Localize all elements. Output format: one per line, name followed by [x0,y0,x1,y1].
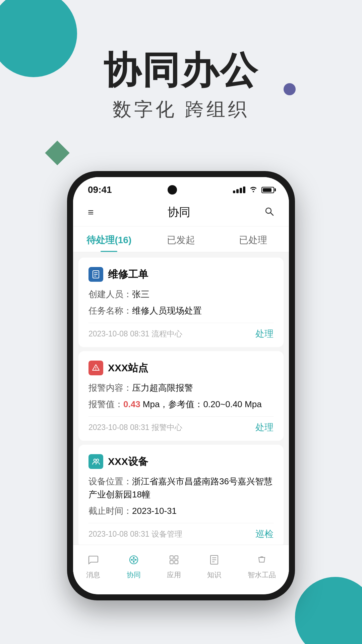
card-field-deadline: 截止时间：2023-10-31 [88,504,274,518]
nav-item-message[interactable]: 消息 [86,554,100,580]
camera-notch [168,185,177,195]
card-device: XXX设备 设备位置：浙江省嘉兴市昌盛南路36号嘉兴智慧产业创新园18幢 截止时… [78,445,284,547]
tab-initiated[interactable]: 已发起 [145,226,217,252]
svg-point-13 [135,559,136,560]
content-area: 维修工单 创建人员：张三 任务名称：维修人员现场处置 2023-10-08 08… [73,252,289,572]
apps-icon [168,554,180,568]
card-header: 维修工单 [88,267,274,282]
nav-label-knowledge: 知识 [207,570,221,580]
nav-item-collab[interactable]: 协同 [127,554,141,580]
app-title: 协同 [168,205,190,220]
tab-pending[interactable]: 待处理(16) [73,226,145,252]
hero-subtitle: 数字化 跨组织 [0,97,362,122]
wifi-icon [249,185,257,194]
svg-rect-15 [170,556,173,559]
bottom-nav: 消息 协同 应用 知识 [73,545,289,594]
app-header: ≡ 协同 [73,199,289,226]
signal-icon [233,186,245,193]
card-icon-device [88,454,103,469]
card-meta-repair: 2023-10-08 08:31 流程中心 [88,329,182,339]
svg-line-1 [270,213,273,215]
phone-mockup: 09:41 [67,171,295,600]
collab-icon [128,554,139,568]
card-title-repair: 维修工单 [108,268,148,281]
card-action-repair[interactable]: 处理 [255,328,274,340]
search-button[interactable] [264,206,274,219]
phone-outer: 09:41 [67,171,295,600]
card-field-task: 任务名称：维修人员现场处置 [88,304,274,317]
card-footer-repair: 2023-10-08 08:31 流程中心 处理 [88,323,274,340]
nav-label-message: 消息 [86,570,100,580]
svg-point-14 [133,561,134,562]
card-title-station: XXX站点 [108,361,148,375]
nav-item-apps[interactable]: 应用 [167,554,181,580]
nav-item-shop[interactable]: 智水工品 [248,554,276,580]
hero-title: 协同办公 [0,50,362,91]
nav-label-apps: 应用 [167,570,181,580]
card-icon-alert [88,361,103,375]
svg-rect-17 [170,560,173,564]
status-time: 09:41 [88,184,112,195]
nav-label-shop: 智水工品 [248,570,276,580]
bg-circle-bottom [295,577,362,644]
svg-point-7 [96,369,96,370]
status-icons [233,185,274,194]
knowledge-icon [208,554,220,568]
message-icon [87,554,99,568]
nav-label-collab: 协同 [127,570,141,580]
nav-item-knowledge[interactable]: 知识 [207,554,221,580]
svg-point-11 [133,557,134,558]
card-meta-device: 2023-10-08 08:31 设备管理 [88,529,182,539]
phone-inner: 09:41 [73,177,289,594]
card-field-alarm-value: 报警值：0.43 Mpa，参考值：0.20~0.40 Mpa [88,398,274,411]
status-bar: 09:41 [73,177,289,199]
hero-section: 协同办公 数字化 跨组织 [0,50,362,122]
tabs-bar: 待处理(16) 已发起 已处理 [73,226,289,252]
card-title-device: XXX设备 [108,455,148,469]
battery-icon [261,187,274,193]
tab-processed[interactable]: 已处理 [217,226,289,252]
card-header-station: XXX站点 [88,361,274,375]
card-meta-station: 2023-10-08 08:31 报警中心 [88,422,182,433]
card-station-alert: XXX站点 报警内容：压力超高限报警 报警值：0.43 Mpa，参考值：0.20… [78,351,284,441]
card-field-alarm-content: 报警内容：压力超高限报警 [88,381,274,394]
svg-rect-18 [175,560,178,564]
bg-diamond [45,141,70,165]
card-repair-order: 维修工单 创建人员：张三 任务名称：维修人员现场处置 2023-10-08 08… [78,258,284,347]
card-field-location: 设备位置：浙江省嘉兴市昌盛南路36号嘉兴智慧产业创新园18幢 [88,475,274,501]
card-footer-station: 2023-10-08 08:31 报警中心 处理 [88,416,274,433]
card-footer-device: 2023-10-08 08:31 设备管理 巡检 [88,523,274,540]
card-action-station[interactable]: 处理 [255,421,274,433]
card-field-creator: 创建人员：张三 [88,288,274,301]
card-icon-repair [88,267,103,282]
svg-point-8 [94,459,96,462]
card-header-device: XXX设备 [88,454,274,469]
svg-point-12 [131,559,132,560]
card-action-device[interactable]: 巡检 [255,528,274,540]
menu-icon[interactable]: ≡ [88,207,94,217]
shop-icon [256,554,267,568]
svg-rect-16 [175,556,178,559]
svg-point-9 [97,459,99,462]
